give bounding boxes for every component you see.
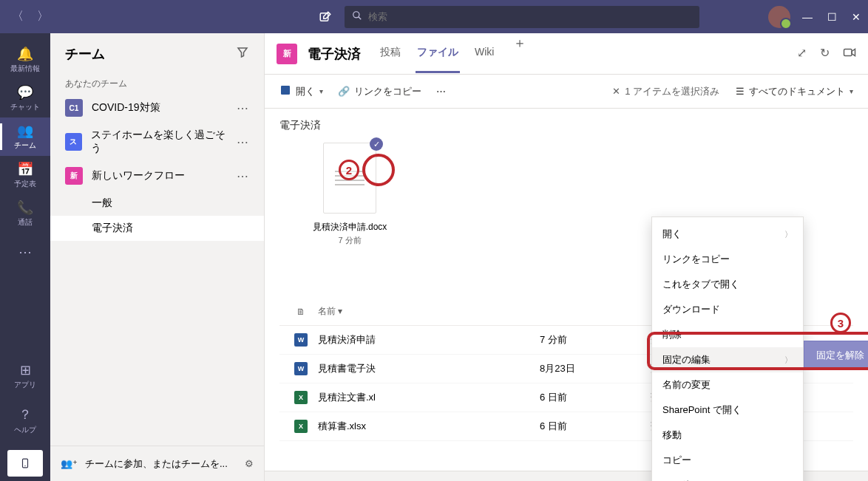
- toolbar-more-button[interactable]: ⋯: [436, 86, 446, 97]
- context-menu-item[interactable]: リンクをコピー: [652, 247, 803, 272]
- channel-header: 新 電子決済 投稿 ファイル Wiki ＋ ⤢ ↻: [265, 33, 868, 75]
- meet-icon[interactable]: [843, 46, 856, 62]
- window-minimize-button[interactable]: ―: [802, 11, 813, 23]
- word-icon: [279, 84, 291, 98]
- your-teams-label: あなたのチーム: [50, 75, 264, 93]
- file-date: 8月23日: [540, 362, 651, 375]
- close-icon[interactable]: ✕: [612, 86, 620, 97]
- selection-status[interactable]: ✕ 1 アイテムを選択済み: [612, 85, 719, 98]
- chevron-right-icon: 〉: [784, 229, 793, 240]
- channel-title: 電子決済: [308, 45, 361, 63]
- search-box[interactable]: [345, 6, 699, 28]
- rail-help[interactable]: ？ ヘルプ: [0, 401, 50, 440]
- bell-icon: 🔔: [17, 46, 33, 62]
- rail-teams[interactable]: 👥 チーム: [0, 117, 50, 156]
- chevron-right-icon: 〉: [784, 355, 793, 366]
- team-more-icon[interactable]: ⋯: [237, 101, 249, 115]
- filter-icon[interactable]: [236, 46, 249, 63]
- chevron-down-icon: ▾: [850, 87, 853, 95]
- window-close-button[interactable]: ✕: [852, 11, 861, 23]
- svg-line-2: [358, 17, 361, 20]
- refresh-icon[interactable]: ↻: [820, 46, 830, 62]
- team-more-icon[interactable]: ⋯: [237, 135, 249, 149]
- context-menu-item[interactable]: その他〉: [652, 473, 803, 481]
- user-avatar[interactable]: [768, 6, 790, 28]
- gear-icon[interactable]: ⚙: [245, 458, 254, 469]
- open-button[interactable]: 開く ▾: [279, 84, 323, 98]
- help-icon: ？: [18, 406, 32, 423]
- calendar-icon: 📅: [17, 161, 33, 177]
- rail-apps[interactable]: ⊞ アプリ: [0, 357, 50, 395]
- search-icon: [352, 10, 362, 23]
- word-file-icon: W: [294, 333, 308, 347]
- rail-more[interactable]: ⋯: [0, 233, 50, 271]
- compose-icon[interactable]: [315, 7, 336, 27]
- pinned-file-card[interactable]: ✓ 見積決済申請.docx 7 分前: [293, 143, 407, 246]
- nav-forward-button[interactable]: 〉: [33, 7, 53, 27]
- context-menu-item[interactable]: ダウンロード: [652, 297, 803, 322]
- team-item-stayhome[interactable]: ス ステイホームを楽しく過ごそう ⋯: [50, 123, 264, 161]
- tab-wiki[interactable]: Wiki: [473, 34, 495, 73]
- context-menu-item[interactable]: 移動: [652, 423, 803, 448]
- file-toolbar: 開く ▾ 🔗 リンクをコピー ⋯ ✕ 1 アイテムを選択済み ☰ すべてのドキュ…: [265, 75, 868, 109]
- team-item-workflow[interactable]: 新 新しいワークフロー ⋯: [50, 161, 264, 191]
- rail-calls[interactable]: 📞 通話: [0, 194, 50, 233]
- tab-files[interactable]: ファイル: [416, 34, 460, 73]
- excel-file-icon: X: [294, 391, 308, 404]
- app-rail: 🔔 最新情報 💬 チャット 👥 チーム 📅 予定表 📞 通話 ⋯ ⊞ アプリ ？…: [0, 33, 50, 481]
- search-input[interactable]: [368, 11, 692, 22]
- file-date: 6 日前: [540, 391, 651, 404]
- window-maximize-button[interactable]: ☐: [827, 11, 837, 23]
- team-more-icon[interactable]: ⋯: [237, 169, 249, 183]
- word-file-icon: W: [294, 362, 308, 375]
- context-menu-item[interactable]: SharePoint で開く: [652, 398, 803, 423]
- channel-eapproval[interactable]: 電子決済: [50, 216, 264, 241]
- chat-icon: 💬: [17, 84, 33, 100]
- rail-label: チャット: [10, 102, 40, 112]
- context-menu-item[interactable]: 開く〉: [652, 222, 803, 247]
- file-type-column-icon[interactable]: 🗎: [284, 307, 318, 317]
- team-item-covid[interactable]: C1 COVID-19対策 ⋯: [50, 93, 264, 123]
- submenu-unpin[interactable]: 固定を解除: [804, 341, 868, 369]
- rail-label: ヘルプ: [14, 425, 36, 435]
- rail-activity[interactable]: 🔔 最新情報: [0, 41, 50, 79]
- rail-label: 予定表: [14, 179, 36, 189]
- context-menu-item[interactable]: コピー: [652, 448, 803, 473]
- context-menu-item[interactable]: 名前の変更: [652, 372, 803, 398]
- context-menu-item[interactable]: これをタブで開く: [652, 272, 803, 297]
- expand-icon[interactable]: ⤢: [797, 46, 807, 62]
- pinned-file-name: 見積決済申請.docx: [313, 221, 387, 233]
- channel-general[interactable]: 一般: [50, 191, 264, 216]
- excel-file-icon: X: [294, 420, 308, 433]
- chevron-down-icon: ▾: [319, 87, 323, 95]
- view-all-docs[interactable]: ☰ すべてのドキュメント ▾: [736, 85, 853, 98]
- rail-label: 最新情報: [10, 64, 40, 74]
- team-name: ステイホームを楽しく過ごそう: [91, 129, 228, 155]
- join-team-link[interactable]: チームに参加、またはチームを...: [85, 457, 228, 471]
- file-name: 見積注文書.xl: [318, 391, 540, 404]
- context-menu-item[interactable]: 削除: [652, 322, 803, 347]
- title-bar: 〈 〉 ― ☐ ✕: [0, 0, 868, 33]
- tab-posts[interactable]: 投稿: [379, 34, 402, 73]
- breadcrumb[interactable]: 電子決済: [279, 119, 853, 132]
- rail-calendar[interactable]: 📅 予定表: [0, 156, 50, 194]
- phone-icon: 📞: [17, 199, 33, 216]
- context-submenu: 固定を解除: [804, 341, 868, 370]
- add-tab-button[interactable]: ＋: [509, 34, 531, 73]
- name-column[interactable]: 名前 ▾: [318, 305, 540, 318]
- pinned-thumbnail: ✓: [323, 143, 376, 214]
- context-menu-item[interactable]: 固定の編集〉: [652, 347, 803, 372]
- file-name: 見積決済申請: [318, 333, 540, 347]
- apps-icon: ⊞: [20, 362, 31, 378]
- channel-badge: 新: [277, 44, 297, 64]
- file-name: 積算書.xlsx: [318, 420, 540, 433]
- rail-chat[interactable]: 💬 チャット: [0, 79, 50, 117]
- content-area: 新 電子決済 投稿 ファイル Wiki ＋ ⤢ ↻ 開く: [265, 33, 868, 481]
- selected-check-icon: ✓: [370, 137, 383, 151]
- nav-back-button[interactable]: 〈: [7, 7, 28, 27]
- rail-mobile-button[interactable]: [7, 450, 43, 477]
- copy-link-button[interactable]: 🔗 リンクをコピー: [338, 85, 421, 98]
- list-icon: ☰: [736, 86, 745, 97]
- join-team-icon[interactable]: 👥⁺: [61, 458, 78, 469]
- svg-rect-5: [844, 49, 852, 55]
